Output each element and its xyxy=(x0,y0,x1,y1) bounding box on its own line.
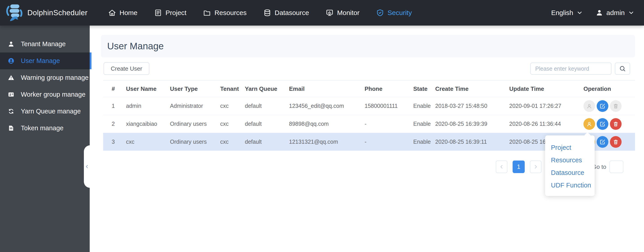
edit-button[interactable] xyxy=(597,118,608,130)
pagination-next-button[interactable] xyxy=(530,160,542,173)
col-email: Email xyxy=(289,86,364,92)
page-header: User Manage xyxy=(101,35,635,58)
cell-update-time: 2020-08-26 11:36:44 xyxy=(509,120,584,127)
monitor-icon xyxy=(326,9,334,17)
cell-index: 2 xyxy=(103,120,126,127)
cell-tenant: cxc xyxy=(220,120,245,127)
chevron-left-icon xyxy=(499,164,504,170)
language-selector[interactable]: English xyxy=(551,9,583,16)
brand[interactable]: DolphinScheduler xyxy=(4,2,88,23)
popup-item-datasource[interactable]: Datasource xyxy=(545,166,595,179)
trash-icon xyxy=(612,121,619,127)
app: DolphinScheduler Home Project Resources … xyxy=(0,0,644,252)
cell-user-name: xiangcaibiao xyxy=(126,120,170,127)
page-title: User Manage xyxy=(107,41,164,52)
nav-item-home[interactable]: Home xyxy=(108,9,138,17)
nav-item-label: Monitor xyxy=(337,9,360,16)
nav-item-label: Datasource xyxy=(275,9,309,16)
sidebar-item-yarn-queue-manage[interactable]: Yarn Queue manage xyxy=(0,103,90,120)
cell-index: 3 xyxy=(103,138,126,145)
search-button[interactable] xyxy=(615,62,630,75)
col-user-type: User Type xyxy=(170,86,220,92)
edit-icon xyxy=(600,121,606,127)
nav-item-project[interactable]: Project xyxy=(154,9,186,17)
popup-item-resources[interactable]: Resources xyxy=(545,154,595,166)
person-outline-icon xyxy=(586,121,592,127)
cell-user-name: admin xyxy=(126,103,170,109)
cell-email: 123456_edit@qq.com xyxy=(289,103,364,109)
cell-update-time: 2020-09-01 17:26:27 xyxy=(509,103,584,109)
table-header: # User Name User Type Tenant Yarn Queue … xyxy=(103,80,635,97)
create-user-button[interactable]: Create User xyxy=(104,62,149,75)
user-circle-icon xyxy=(8,58,14,64)
delete-button[interactable] xyxy=(610,136,622,148)
sidebar-item-label: User Manage xyxy=(21,57,60,64)
recycle-icon xyxy=(8,108,14,115)
cell-email: 89898@qq.com xyxy=(289,120,364,127)
edit-button[interactable] xyxy=(597,100,608,112)
nav-item-label: Security xyxy=(388,9,412,16)
col-operation: Operation xyxy=(584,86,635,92)
chevron-right-icon xyxy=(533,164,538,170)
pagination-prev-button[interactable] xyxy=(496,160,508,173)
delete-button[interactable] xyxy=(610,118,622,130)
pagination-page-1[interactable]: 1 xyxy=(512,160,525,173)
authorize-popup: Project Resources Datasource UDF Functio… xyxy=(545,136,595,196)
cell-state: Enable xyxy=(413,120,435,127)
user-menu[interactable]: admin xyxy=(596,9,634,16)
id-card-icon xyxy=(8,91,14,98)
authorize-button[interactable] xyxy=(584,118,595,130)
col-index: # xyxy=(103,86,126,92)
sidebar-item-warning-group-manage[interactable]: Warning group manage xyxy=(0,69,90,86)
cell-phone: - xyxy=(364,138,413,145)
cell-user-type: Administrator xyxy=(170,103,220,109)
nav-item-label: Home xyxy=(120,9,138,16)
person-outline-icon xyxy=(586,103,592,109)
col-yarn-queue: Yarn Queue xyxy=(245,86,289,92)
nav-item-label: Resources xyxy=(214,9,246,16)
cell-index: 1 xyxy=(103,103,126,109)
sidebar-item-tenant-manage[interactable]: Tenant Manage xyxy=(0,36,90,52)
search-icon xyxy=(619,65,626,72)
sidebar-item-token-manage[interactable]: Token manage xyxy=(0,120,90,136)
nav-item-monitor[interactable]: Monitor xyxy=(326,9,360,17)
language-label: English xyxy=(551,9,573,16)
chevron-down-icon xyxy=(628,10,634,16)
nav-item-resources[interactable]: Resources xyxy=(203,9,246,17)
cell-phone: 15800001111 xyxy=(364,103,413,109)
col-tenant: Tenant xyxy=(220,86,245,92)
edit-button[interactable] xyxy=(597,136,608,148)
search-input[interactable] xyxy=(530,62,612,75)
home-icon xyxy=(108,9,116,17)
cell-tenant: cxc xyxy=(220,138,245,145)
delete-button[interactable] xyxy=(610,100,622,112)
popup-item-project[interactable]: Project xyxy=(545,141,595,154)
sidebar-item-worker-group-manage[interactable]: Worker group manage xyxy=(0,86,90,103)
nav-item-datasource[interactable]: Datasource xyxy=(263,9,309,17)
authorize-button[interactable] xyxy=(584,100,595,112)
person-icon xyxy=(8,40,14,48)
database-icon xyxy=(263,9,271,17)
col-phone: Phone xyxy=(364,86,413,92)
cell-user-name: cxc xyxy=(126,138,170,145)
folder-icon xyxy=(203,9,211,17)
col-create-time: Create Time xyxy=(435,86,509,92)
nav-item-security[interactable]: Security xyxy=(376,9,412,17)
cell-create-time: 2020-08-25 16:39:39 xyxy=(435,120,509,127)
sidebar-collapse-handle[interactable] xyxy=(84,145,90,188)
sidebar-item-label: Worker group manage xyxy=(21,91,86,98)
cell-operations xyxy=(584,118,635,130)
sidebar-item-label: Yarn Queue manage xyxy=(21,108,81,115)
chevron-down-icon xyxy=(576,10,583,16)
sidebar-item-label: Warning group manage xyxy=(21,74,88,82)
sidebar-item-user-manage[interactable]: User Manage xyxy=(0,52,90,69)
brand-name: DolphinScheduler xyxy=(27,8,88,17)
cell-user-type: Ordinary users xyxy=(170,138,220,145)
sidebar-item-label: Tenant Manage xyxy=(21,40,66,48)
cell-yarn-queue: default xyxy=(245,103,289,109)
popup-item-udf-function[interactable]: UDF Function xyxy=(545,179,595,192)
cell-state: Enable xyxy=(413,103,435,109)
goto-page-input[interactable] xyxy=(610,160,623,173)
dolphinscheduler-logo-icon xyxy=(4,2,25,23)
warning-icon xyxy=(8,74,14,81)
